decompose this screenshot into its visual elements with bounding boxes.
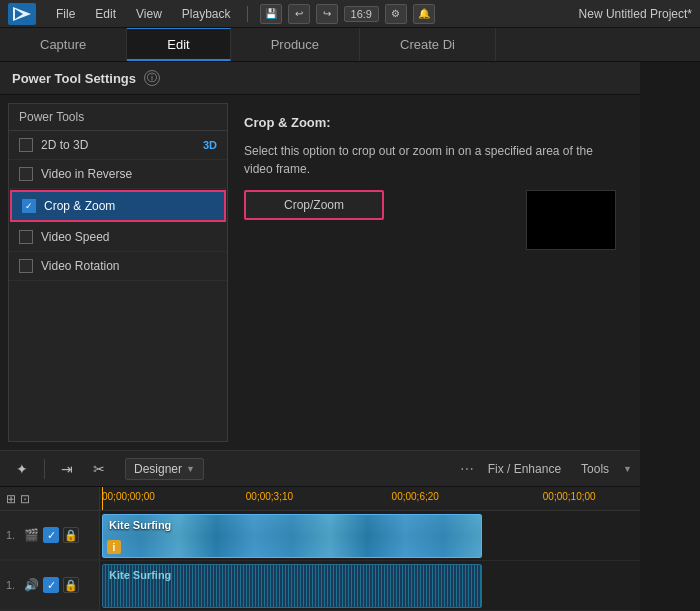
tool-item-reverse[interactable]: Video in Reverse <box>9 160 227 189</box>
ruler-row: ⊞ ⊡ 00;00;00;00 00;00;3;10 00;00;6;20 00… <box>0 487 640 511</box>
tool-checkbox-reverse[interactable] <box>19 167 33 181</box>
menu-icons: 💾 ↩ ↪ 16:9 ⚙ 🔔 <box>260 4 435 24</box>
designer-dropdown-arrow: ▼ <box>186 464 195 474</box>
tl-right-btns: ⋯ Fix / Enhance Tools ▼ <box>460 460 632 478</box>
fix-enhance-btn[interactable]: Fix / Enhance <box>482 460 567 478</box>
tools-dropdown-arrow[interactable]: ▼ <box>623 464 632 474</box>
project-title: New Untitled Project* <box>579 7 692 21</box>
timeline-content: ⊞ ⊡ 00;00;00;00 00;00;3;10 00;00;6;20 00… <box>0 487 640 611</box>
tool-checkbox-2d-3d[interactable] <box>19 138 33 152</box>
redo-icon-btn[interactable]: ↪ <box>316 4 338 24</box>
video-track-content: Kite Surfing i <box>100 511 640 560</box>
ruler-mark-3: 00;00;10;00 <box>543 491 596 502</box>
desc-title-row: Crop & Zoom: <box>244 115 616 130</box>
tools-header: Power Tools <box>9 104 227 131</box>
tab-create-disc[interactable]: Create Di <box>360 28 496 61</box>
tool-checkbox-rotation[interactable] <box>19 259 33 273</box>
tool-item-2d-3d[interactable]: 2D to 3D 3D <box>9 131 227 160</box>
video-clip[interactable]: Kite Surfing i <box>102 514 482 558</box>
tool-checkbox-speed[interactable] <box>19 230 33 244</box>
timeline-ctrl-header: ⊞ ⊡ <box>0 487 100 510</box>
video-track-num: 1. <box>6 529 20 541</box>
settings-panel: Power Tool Settings ⓘ Power Tools 2D to … <box>0 62 640 611</box>
video-visibility-btn[interactable]: ✓ <box>43 527 59 543</box>
tab-produce[interactable]: Produce <box>231 28 360 61</box>
timeline-ctrl-icon-2[interactable]: ⊡ <box>20 492 30 506</box>
tool-name-rotation: Video Rotation <box>41 259 217 273</box>
save-icon-btn[interactable]: 💾 <box>260 4 282 24</box>
tab-capture[interactable]: Capture <box>0 28 127 61</box>
aspect-ratio-btn[interactable]: 16:9 <box>344 6 379 22</box>
audio-track-num: 1. <box>6 579 20 591</box>
tool-name-crop-zoom: Crop & Zoom <box>44 199 214 213</box>
ruler-mark-2: 00;00;6;20 <box>392 491 439 502</box>
video-track-controls: 1. 🎬 ✓ 🔒 <box>0 511 100 560</box>
audio-track-ctrl-row: 1. 🔊 ✓ 🔒 <box>0 561 99 610</box>
audio-track-content: Kite Surfing <box>100 561 640 610</box>
ruler-mark-1: 00;00;3;10 <box>246 491 293 502</box>
menu-edit[interactable]: Edit <box>87 5 124 23</box>
preview-thumbnail <box>526 190 616 250</box>
tool-item-rotation[interactable]: Video Rotation <box>9 252 227 281</box>
timeline-area: ✦ ⇥ ✂ Designer ▼ ⋯ Fix / Enhance Tools ▼ <box>0 450 640 611</box>
tool-checkbox-crop-zoom[interactable] <box>22 199 36 213</box>
menu-view[interactable]: View <box>128 5 170 23</box>
tool-list: Power Tools 2D to 3D 3D Video in Reverse <box>8 103 228 442</box>
smart-tool-btn[interactable]: ✦ <box>8 456 36 482</box>
designer-dropdown[interactable]: Designer ▼ <box>125 458 204 480</box>
timeline-ctrl-icon-1[interactable]: ⊞ <box>6 492 16 506</box>
menu-file[interactable]: File <box>48 5 83 23</box>
notification-icon-btn[interactable]: 🔔 <box>413 4 435 24</box>
designer-label: Designer <box>134 462 182 476</box>
tl-dots: ⋯ <box>460 461 474 477</box>
tool-item-crop-zoom[interactable]: Crop & Zoom <box>10 190 226 222</box>
video-clip-label: Kite Surfing <box>109 519 171 531</box>
cut-btn[interactable]: ✂ <box>85 456 113 482</box>
app-logo <box>8 3 36 25</box>
audio-lock-btn[interactable]: 🔒 <box>63 577 79 593</box>
info-icon[interactable]: ⓘ <box>144 70 160 86</box>
tool-name-reverse: Video in Reverse <box>41 167 217 181</box>
video-lock-btn[interactable]: 🔒 <box>63 527 79 543</box>
clip-info-icon: i <box>107 540 121 554</box>
tool-name-2d-3d: 2D to 3D <box>41 138 195 152</box>
audio-track-controls: 1. 🔊 ✓ 🔒 <box>0 561 100 610</box>
menu-right: New Untitled Project* <box>579 7 692 21</box>
main-content: Power Tool Settings ⓘ Power Tools 2D to … <box>0 62 700 611</box>
audio-clip[interactable]: Kite Surfing <box>102 564 482 608</box>
tl-sep-1 <box>44 459 45 479</box>
settings-icon-btn[interactable]: ⚙ <box>385 4 407 24</box>
panel-header: Power Tool Settings ⓘ <box>0 62 640 95</box>
tool-item-speed[interactable]: Video Speed <box>9 223 227 252</box>
tools-btn[interactable]: Tools <box>575 460 615 478</box>
panel-body: Power Tools 2D to 3D 3D Video in Reverse <box>0 95 640 450</box>
timeline-toolbar: ✦ ⇥ ✂ Designer ▼ ⋯ Fix / Enhance Tools ▼ <box>0 451 640 487</box>
menu-separator-1 <box>247 6 248 22</box>
audio-track-icon: 🔊 <box>24 578 39 592</box>
ruler-mark-0: 00;00;00;00 <box>102 491 155 502</box>
desc-title: Crop & Zoom: <box>244 115 331 130</box>
panel-title: Power Tool Settings <box>12 71 136 86</box>
audio-track-row: 1. 🔊 ✓ 🔒 Kite Surfing <box>0 561 640 611</box>
insert-btn[interactable]: ⇥ <box>53 456 81 482</box>
undo-icon-btn[interactable]: ↩ <box>288 4 310 24</box>
playhead[interactable] <box>102 487 103 510</box>
audio-clip-label: Kite Surfing <box>109 569 171 581</box>
video-track-ctrl-row: 1. 🎬 ✓ 🔒 <box>0 511 99 560</box>
tool-badge-2d-3d: 3D <box>203 139 217 151</box>
desc-action-row: Crop/Zoom <box>244 190 616 250</box>
menu-bar: File Edit View Playback 💾 ↩ ↪ 16:9 ⚙ 🔔 N… <box>0 0 700 28</box>
desc-text: Select this option to crop out or zoom i… <box>244 142 616 178</box>
menu-playback[interactable]: Playback <box>174 5 239 23</box>
tool-description: Crop & Zoom: Select this option to crop … <box>228 103 632 442</box>
audio-visibility-btn[interactable]: ✓ <box>43 577 59 593</box>
tab-bar: Capture Edit Produce Create Di <box>0 28 700 62</box>
crop-zoom-button[interactable]: Crop/Zoom <box>244 190 384 220</box>
tab-edit[interactable]: Edit <box>127 28 230 61</box>
ruler-track: 00;00;00;00 00;00;3;10 00;00;6;20 00;00;… <box>100 487 640 510</box>
video-track-row: 1. 🎬 ✓ 🔒 Kite Surfing i <box>0 511 640 561</box>
tool-name-speed: Video Speed <box>41 230 217 244</box>
video-track-icon: 🎬 <box>24 528 39 542</box>
